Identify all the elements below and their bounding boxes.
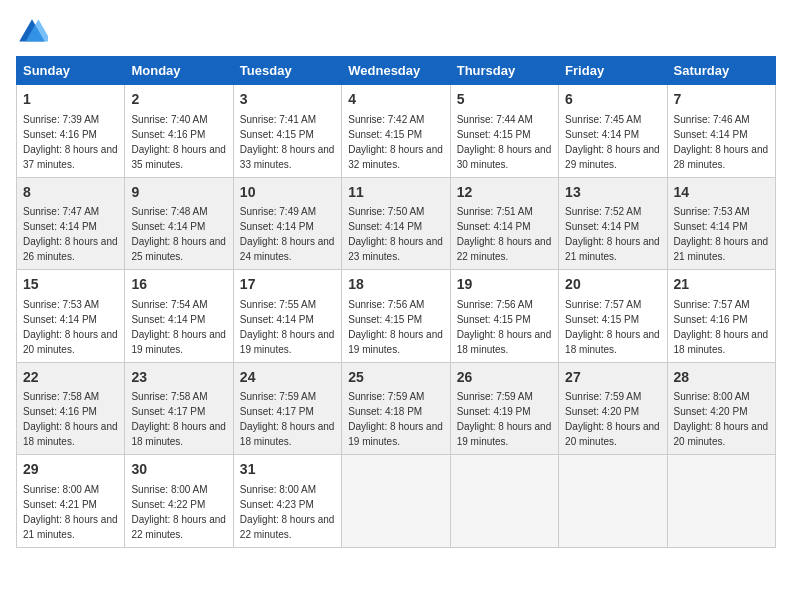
- day-info: Sunrise: 7:56 AMSunset: 4:15 PMDaylight:…: [457, 299, 552, 355]
- calendar-day-cell: 26 Sunrise: 7:59 AMSunset: 4:19 PMDaylig…: [450, 362, 558, 455]
- calendar-body: 1 Sunrise: 7:39 AMSunset: 4:16 PMDayligh…: [17, 85, 776, 548]
- day-number: 23: [131, 368, 226, 388]
- day-info: Sunrise: 7:55 AMSunset: 4:14 PMDaylight:…: [240, 299, 335, 355]
- day-number: 13: [565, 183, 660, 203]
- day-info: Sunrise: 7:58 AMSunset: 4:16 PMDaylight:…: [23, 391, 118, 447]
- weekday-header: Monday: [125, 57, 233, 85]
- day-info: Sunrise: 7:56 AMSunset: 4:15 PMDaylight:…: [348, 299, 443, 355]
- calendar-day-cell: 21 Sunrise: 7:57 AMSunset: 4:16 PMDaylig…: [667, 270, 775, 363]
- day-info: Sunrise: 8:00 AMSunset: 4:22 PMDaylight:…: [131, 484, 226, 540]
- calendar-day-cell: 1 Sunrise: 7:39 AMSunset: 4:16 PMDayligh…: [17, 85, 125, 178]
- day-info: Sunrise: 7:57 AMSunset: 4:15 PMDaylight:…: [565, 299, 660, 355]
- calendar-day-cell: [450, 455, 558, 548]
- day-info: Sunrise: 7:40 AMSunset: 4:16 PMDaylight:…: [131, 114, 226, 170]
- day-number: 5: [457, 90, 552, 110]
- day-number: 20: [565, 275, 660, 295]
- weekday-header: Saturday: [667, 57, 775, 85]
- day-number: 31: [240, 460, 335, 480]
- day-number: 7: [674, 90, 769, 110]
- day-info: Sunrise: 7:58 AMSunset: 4:17 PMDaylight:…: [131, 391, 226, 447]
- calendar-day-cell: 22 Sunrise: 7:58 AMSunset: 4:16 PMDaylig…: [17, 362, 125, 455]
- day-info: Sunrise: 7:45 AMSunset: 4:14 PMDaylight:…: [565, 114, 660, 170]
- day-number: 27: [565, 368, 660, 388]
- day-number: 6: [565, 90, 660, 110]
- day-number: 26: [457, 368, 552, 388]
- day-info: Sunrise: 7:57 AMSunset: 4:16 PMDaylight:…: [674, 299, 769, 355]
- day-info: Sunrise: 7:49 AMSunset: 4:14 PMDaylight:…: [240, 206, 335, 262]
- calendar-day-cell: 19 Sunrise: 7:56 AMSunset: 4:15 PMDaylig…: [450, 270, 558, 363]
- calendar-week-row: 29 Sunrise: 8:00 AMSunset: 4:21 PMDaylig…: [17, 455, 776, 548]
- calendar-day-cell: 31 Sunrise: 8:00 AMSunset: 4:23 PMDaylig…: [233, 455, 341, 548]
- day-number: 25: [348, 368, 443, 388]
- calendar-day-cell: 3 Sunrise: 7:41 AMSunset: 4:15 PMDayligh…: [233, 85, 341, 178]
- calendar-day-cell: 4 Sunrise: 7:42 AMSunset: 4:15 PMDayligh…: [342, 85, 450, 178]
- calendar-day-cell: [667, 455, 775, 548]
- calendar-week-row: 22 Sunrise: 7:58 AMSunset: 4:16 PMDaylig…: [17, 362, 776, 455]
- day-number: 30: [131, 460, 226, 480]
- weekday-header: Wednesday: [342, 57, 450, 85]
- header-row: SundayMondayTuesdayWednesdayThursdayFrid…: [17, 57, 776, 85]
- calendar-week-row: 15 Sunrise: 7:53 AMSunset: 4:14 PMDaylig…: [17, 270, 776, 363]
- calendar-day-cell: 12 Sunrise: 7:51 AMSunset: 4:14 PMDaylig…: [450, 177, 558, 270]
- day-number: 19: [457, 275, 552, 295]
- day-number: 17: [240, 275, 335, 295]
- day-number: 1: [23, 90, 118, 110]
- calendar-day-cell: 24 Sunrise: 7:59 AMSunset: 4:17 PMDaylig…: [233, 362, 341, 455]
- day-info: Sunrise: 7:50 AMSunset: 4:14 PMDaylight:…: [348, 206, 443, 262]
- weekday-header: Tuesday: [233, 57, 341, 85]
- calendar-day-cell: 20 Sunrise: 7:57 AMSunset: 4:15 PMDaylig…: [559, 270, 667, 363]
- calendar-day-cell: 10 Sunrise: 7:49 AMSunset: 4:14 PMDaylig…: [233, 177, 341, 270]
- calendar-day-cell: 29 Sunrise: 8:00 AMSunset: 4:21 PMDaylig…: [17, 455, 125, 548]
- calendar-day-cell: 28 Sunrise: 8:00 AMSunset: 4:20 PMDaylig…: [667, 362, 775, 455]
- calendar-day-cell: 15 Sunrise: 7:53 AMSunset: 4:14 PMDaylig…: [17, 270, 125, 363]
- day-info: Sunrise: 7:48 AMSunset: 4:14 PMDaylight:…: [131, 206, 226, 262]
- day-number: 3: [240, 90, 335, 110]
- calendar-week-row: 1 Sunrise: 7:39 AMSunset: 4:16 PMDayligh…: [17, 85, 776, 178]
- day-number: 24: [240, 368, 335, 388]
- logo: [16, 16, 52, 48]
- calendar-header: SundayMondayTuesdayWednesdayThursdayFrid…: [17, 57, 776, 85]
- day-info: Sunrise: 7:39 AMSunset: 4:16 PMDaylight:…: [23, 114, 118, 170]
- day-info: Sunrise: 7:54 AMSunset: 4:14 PMDaylight:…: [131, 299, 226, 355]
- day-info: Sunrise: 7:59 AMSunset: 4:18 PMDaylight:…: [348, 391, 443, 447]
- day-info: Sunrise: 8:00 AMSunset: 4:21 PMDaylight:…: [23, 484, 118, 540]
- weekday-header: Sunday: [17, 57, 125, 85]
- day-number: 14: [674, 183, 769, 203]
- calendar-day-cell: 5 Sunrise: 7:44 AMSunset: 4:15 PMDayligh…: [450, 85, 558, 178]
- day-info: Sunrise: 7:53 AMSunset: 4:14 PMDaylight:…: [674, 206, 769, 262]
- day-number: 8: [23, 183, 118, 203]
- calendar-day-cell: 30 Sunrise: 8:00 AMSunset: 4:22 PMDaylig…: [125, 455, 233, 548]
- calendar-table: SundayMondayTuesdayWednesdayThursdayFrid…: [16, 56, 776, 548]
- day-info: Sunrise: 8:00 AMSunset: 4:23 PMDaylight:…: [240, 484, 335, 540]
- day-number: 28: [674, 368, 769, 388]
- day-number: 16: [131, 275, 226, 295]
- day-number: 11: [348, 183, 443, 203]
- page-header: [16, 16, 776, 48]
- weekday-header: Thursday: [450, 57, 558, 85]
- day-number: 2: [131, 90, 226, 110]
- calendar-day-cell: 14 Sunrise: 7:53 AMSunset: 4:14 PMDaylig…: [667, 177, 775, 270]
- logo-icon: [16, 16, 48, 48]
- calendar-day-cell: 27 Sunrise: 7:59 AMSunset: 4:20 PMDaylig…: [559, 362, 667, 455]
- day-info: Sunrise: 7:41 AMSunset: 4:15 PMDaylight:…: [240, 114, 335, 170]
- day-number: 12: [457, 183, 552, 203]
- day-number: 4: [348, 90, 443, 110]
- calendar-day-cell: [342, 455, 450, 548]
- day-info: Sunrise: 7:59 AMSunset: 4:20 PMDaylight:…: [565, 391, 660, 447]
- calendar-day-cell: 23 Sunrise: 7:58 AMSunset: 4:17 PMDaylig…: [125, 362, 233, 455]
- day-info: Sunrise: 8:00 AMSunset: 4:20 PMDaylight:…: [674, 391, 769, 447]
- day-number: 22: [23, 368, 118, 388]
- day-info: Sunrise: 7:47 AMSunset: 4:14 PMDaylight:…: [23, 206, 118, 262]
- day-info: Sunrise: 7:44 AMSunset: 4:15 PMDaylight:…: [457, 114, 552, 170]
- day-info: Sunrise: 7:42 AMSunset: 4:15 PMDaylight:…: [348, 114, 443, 170]
- calendar-day-cell: [559, 455, 667, 548]
- calendar-day-cell: 2 Sunrise: 7:40 AMSunset: 4:16 PMDayligh…: [125, 85, 233, 178]
- day-info: Sunrise: 7:46 AMSunset: 4:14 PMDaylight:…: [674, 114, 769, 170]
- day-info: Sunrise: 7:51 AMSunset: 4:14 PMDaylight:…: [457, 206, 552, 262]
- day-info: Sunrise: 7:59 AMSunset: 4:17 PMDaylight:…: [240, 391, 335, 447]
- weekday-header: Friday: [559, 57, 667, 85]
- day-info: Sunrise: 7:52 AMSunset: 4:14 PMDaylight:…: [565, 206, 660, 262]
- day-number: 15: [23, 275, 118, 295]
- calendar-day-cell: 16 Sunrise: 7:54 AMSunset: 4:14 PMDaylig…: [125, 270, 233, 363]
- day-number: 10: [240, 183, 335, 203]
